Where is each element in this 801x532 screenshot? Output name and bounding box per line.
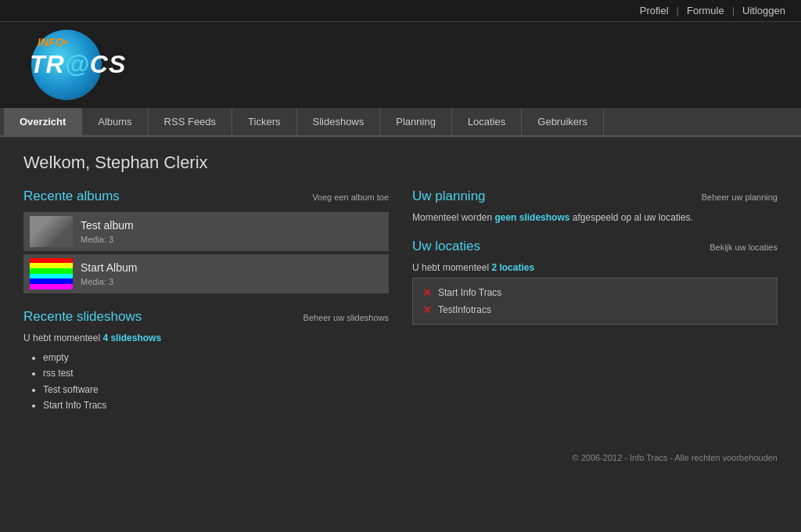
- nav-gebruikers[interactable]: Gebruikers: [522, 108, 604, 135]
- nav-slideshows[interactable]: Slideshows: [297, 108, 381, 135]
- slideshow-item-3: Test software: [43, 382, 389, 397]
- logo: INFO• TR@CS: [16, 30, 156, 104]
- album-info-2: Start Album Media: 3: [81, 261, 383, 287]
- footer: © 2006-2012 - Info Tracs - Alle rechten …: [0, 437, 801, 478]
- album-media-1: Media: 3: [81, 235, 113, 244]
- planning-title: Uw planning: [412, 189, 486, 204]
- locaties-count-text: U hebt momenteel 2 locaties: [412, 262, 778, 273]
- album-media-2: Media: 3: [81, 277, 113, 286]
- manage-planning-link[interactable]: Beheer uw planning: [702, 192, 778, 202]
- album-thumb-2: [30, 258, 73, 289]
- recent-slideshows-title: Recente slideshows: [23, 309, 142, 325]
- album-list: Test album Media: 3 Start Album Media: 3: [23, 212, 389, 293]
- x-icon-1: ✕: [422, 286, 432, 299]
- album-name-2: Start Album: [81, 261, 383, 274]
- add-album-link[interactable]: Voeg een album toe: [312, 192, 389, 202]
- album-info-1: Test album Media: 3: [81, 219, 383, 245]
- main-nav: Overzicht Albums RSS Feeds Tickers Slide…: [0, 108, 801, 137]
- album-item-2[interactable]: Start Album Media: 3: [23, 254, 389, 293]
- locatie-name-2: TestInfotracs: [438, 304, 491, 315]
- slideshows-count: 4 slideshows: [102, 332, 161, 343]
- slideshows-list: empty rss test Test software Start Info …: [23, 350, 389, 414]
- logo-tracs-text: TR@CS: [30, 50, 126, 79]
- recent-slideshows-header: Recente slideshows Beheer uw slideshows: [23, 309, 389, 325]
- view-locaties-link[interactable]: Bekijk uw locaties: [709, 243, 778, 252]
- recent-albums-header: Recente albums Voeg een album toe: [23, 189, 389, 204]
- locaties-header: Uw locaties Bekijk uw locaties: [412, 239, 778, 254]
- planning-text-before: Momenteel worden: [412, 212, 492, 223]
- locaties-title: Uw locaties: [412, 239, 480, 254]
- slideshow-item-4: Start Info Tracs: [43, 397, 389, 413]
- uitloggen-link[interactable]: Uitloggen: [735, 5, 793, 16]
- profiel-link[interactable]: Profiel: [632, 5, 677, 16]
- planning-header: Uw planning Beheer uw planning: [412, 189, 778, 204]
- page-content: Welkom, Stephan Clerix Recente albums Vo…: [0, 137, 801, 430]
- album-name-1: Test album: [81, 219, 383, 232]
- top-bar: Profiel | Formule | Uitloggen: [0, 0, 801, 22]
- locatie-name-1: Start Info Tracs: [438, 287, 501, 298]
- nav-planning[interactable]: Planning: [380, 108, 452, 135]
- welcome-title: Welkom, Stephan Clerix: [23, 153, 778, 173]
- x-icon-2: ✕: [422, 304, 432, 316]
- planning-highlight: geen slideshows: [494, 212, 569, 223]
- planning-text-after: afgespeeld op al uw locaties.: [573, 212, 693, 223]
- nav-overzicht[interactable]: Overzicht: [4, 108, 82, 135]
- album-thumb-1: [30, 216, 73, 247]
- main-columns: Recente albums Voeg een album toe Test a…: [23, 189, 778, 414]
- manage-slideshows-link[interactable]: Beheer uw slideshows: [304, 313, 389, 322]
- formule-link[interactable]: Formule: [679, 5, 732, 16]
- nav-locaties[interactable]: Locaties: [452, 108, 522, 135]
- footer-text: © 2006-2012 - Info Tracs - Alle rechten …: [573, 453, 778, 462]
- slideshow-item-2: rss test: [43, 365, 389, 381]
- locaties-count: 2 locaties: [491, 262, 534, 273]
- slideshow-item-1: empty: [43, 350, 389, 365]
- locatie-row-2: ✕ TestInfotracs: [422, 304, 767, 316]
- logo-info-text: INFO•: [38, 36, 67, 49]
- right-column: Uw planning Beheer uw planning Momenteel…: [412, 189, 778, 414]
- album-thumb-img-2: [30, 258, 73, 289]
- header: INFO• TR@CS: [0, 22, 801, 108]
- nav-rss-feeds[interactable]: RSS Feeds: [149, 108, 232, 135]
- locatie-row-1: ✕ Start Info Tracs: [422, 286, 767, 299]
- album-thumb-img-1: [30, 216, 73, 247]
- nav-tickers[interactable]: Tickers: [232, 108, 296, 135]
- recent-albums-title: Recente albums: [23, 189, 120, 204]
- album-item-1[interactable]: Test album Media: 3: [23, 212, 389, 251]
- left-column: Recente albums Voeg een album toe Test a…: [23, 189, 389, 414]
- nav-albums[interactable]: Albums: [82, 108, 148, 135]
- slideshows-count-text: U hebt momenteel 4 slideshows: [23, 332, 389, 343]
- locaties-box: ✕ Start Info Tracs ✕ TestInfotracs: [412, 278, 778, 325]
- planning-text: Momenteel worden geen slideshows afgespe…: [412, 212, 778, 223]
